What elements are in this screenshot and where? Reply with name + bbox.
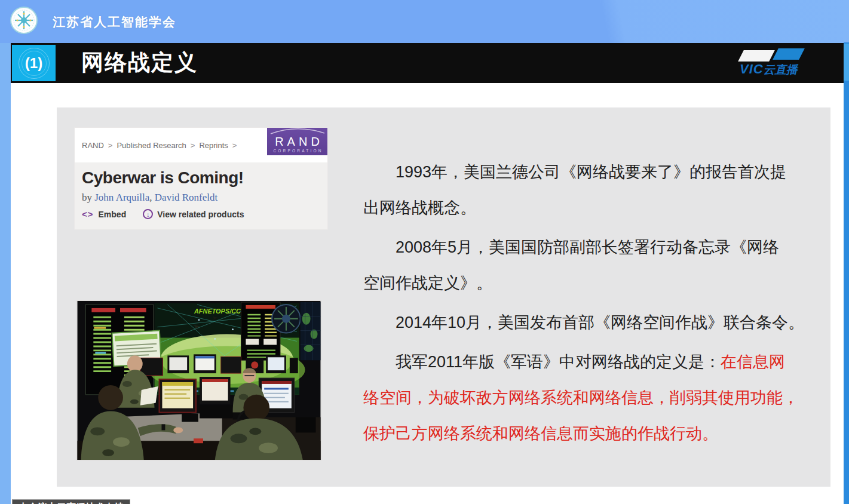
author-link-john-arquilla[interactable]: John Arquilla (94, 192, 149, 203)
byline-separator: , (149, 192, 155, 203)
breadcrumb-separator: > (108, 141, 113, 150)
slide-number-badge: (1) (12, 45, 56, 81)
text-line-red: 保护己方网络系统和网络信息而实施的作战行动。 (363, 416, 817, 451)
top-bar: 江苏省人工智能学会 (0, 0, 849, 43)
slide-number: (1) (25, 55, 42, 72)
byline-prefix: by (82, 192, 94, 203)
breadcrumb-link-reprints[interactable]: Reprints (199, 141, 228, 150)
text-line: 我军2011年版《军语》中对网络战的定义是：在信息网 (363, 344, 817, 380)
world-map-screen (301, 302, 321, 360)
vertical-scrollbar[interactable] (844, 42, 849, 504)
ops-center-photo: AFNETOPS/CC Vision (76, 300, 321, 460)
definition-lead: 我军2011年版《军语》中对网络战的定义是： (396, 353, 721, 371)
breadcrumb-separator: > (191, 141, 195, 150)
text-line: 空间作战定义》。 (363, 265, 817, 301)
page-title: 网络战定义 (81, 48, 198, 78)
text-line: 出网络战概念。 (363, 190, 817, 226)
breadcrumb-link-rand[interactable]: RAND (82, 141, 104, 150)
text-line-red: 络空间，为破坏敌方网络系统和网络信息，削弱其使用功能， (363, 380, 817, 416)
definition-highlight: 在信息网 (721, 353, 785, 371)
download-circle-icon: ↓ (143, 209, 153, 219)
report-title: Cyberwar is Coming! (82, 168, 319, 188)
breadcrumb-separator: > (232, 141, 237, 150)
slide-card: RAND>Published Research>Reprints> RAND C… (57, 107, 830, 487)
rand-report-card: RAND>Published Research>Reprints> RAND C… (75, 128, 327, 229)
org-logo-icon (10, 7, 38, 34)
view-related-products-button[interactable]: View related products (157, 210, 244, 219)
footer-caption: 本会议由云直播技术支持 (12, 499, 130, 504)
embed-button[interactable]: Embed (99, 210, 127, 219)
slide-title-bar: (1) 网络战定义 VIC云直播 (11, 43, 844, 83)
breadcrumb: RAND>Published Research>Reprints> (82, 141, 241, 150)
report-byline: by John Arquilla, David Ronfeldt (82, 192, 319, 204)
vic-logo-shape-blue (773, 48, 805, 60)
author-link-david-ronfeldt[interactable]: David Ronfeldt (155, 192, 217, 203)
vic-logo-suffix: 云直播 (764, 63, 798, 76)
vic-logo-shape-white (738, 50, 775, 62)
rand-corporation-logo: RAND CORPORATION (267, 128, 327, 155)
scrollbar-thumb[interactable] (844, 44, 849, 81)
vic-live-logo: VIC云直播 (734, 48, 817, 78)
slide-body-text: 1993年，美国兰德公司《网络战要来了》的报告首次提 出网络战概念。 2008年… (363, 154, 817, 451)
org-name: 江苏省人工智能学会 (53, 14, 176, 30)
content-area: RAND>Published Research>Reprints> RAND C… (11, 83, 844, 504)
text-line: 2008年5月，美国国防部副部长签署行动备忘录《网络 (363, 229, 817, 265)
vic-logo-text: VIC (740, 62, 764, 76)
unit-emblem (272, 305, 301, 333)
embed-code-icon: <> (82, 209, 94, 219)
breadcrumb-link-published-research[interactable]: Published Research (117, 141, 186, 150)
text-line: 1993年，美国兰德公司《网络战要来了》的报告首次提 (363, 154, 817, 190)
text-line: 2014年10月，美国发布首部《网络空间作战》联合条令。 (363, 305, 817, 340)
